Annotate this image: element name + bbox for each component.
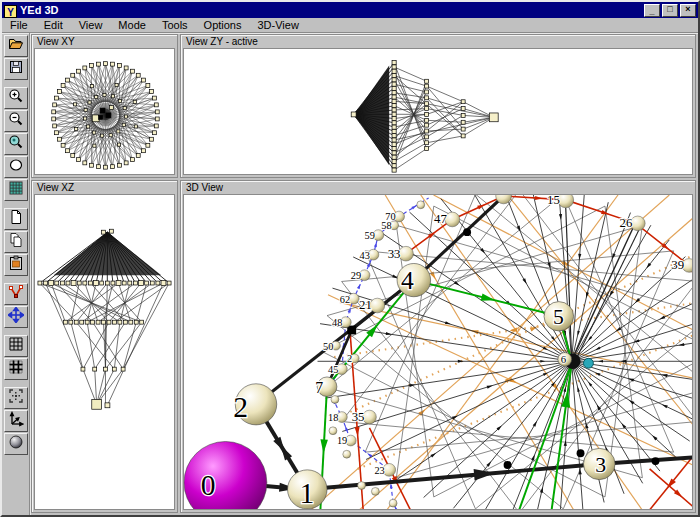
copy-button[interactable]	[4, 231, 28, 253]
svg-text:6: 6	[561, 353, 567, 365]
axes-3d-icon	[8, 411, 24, 431]
svg-text:5: 5	[553, 305, 564, 329]
snap-grid-button[interactable]	[4, 358, 28, 380]
menu-item-3d-view[interactable]: 3D-View	[250, 18, 307, 32]
fit-circle-button[interactable]	[4, 156, 28, 178]
menu-item-view[interactable]: View	[71, 18, 111, 32]
dot-matrix-icon	[8, 180, 24, 200]
fit-selection-button[interactable]	[4, 387, 28, 409]
title-bar[interactable]: Y YEd 3D _□×	[2, 2, 698, 18]
main-area: View XY View ZY - active View XZ 3D View…	[2, 33, 698, 515]
svg-text:62: 62	[340, 294, 350, 305]
panel-view-xy-title: View XY	[32, 35, 177, 48]
toolbar	[2, 33, 30, 515]
svg-text:2: 2	[347, 353, 352, 364]
zoom-area-button[interactable]	[4, 133, 28, 155]
svg-text:Y: Y	[7, 6, 14, 17]
maximize-button[interactable]: □	[662, 4, 678, 17]
minimize-button[interactable]: _	[644, 4, 660, 17]
svg-text:45: 45	[328, 364, 338, 375]
svg-text:48: 48	[332, 317, 342, 328]
svg-text:23: 23	[374, 465, 384, 476]
svg-text:4: 4	[401, 266, 414, 295]
panel-view-xz-title: View XZ	[32, 181, 177, 194]
svg-text:39: 39	[671, 258, 684, 272]
sphere-icon	[8, 434, 24, 454]
open-button[interactable]	[4, 35, 28, 57]
svg-text:47: 47	[434, 212, 447, 226]
svg-text:43: 43	[360, 250, 370, 261]
view-xz-canvas[interactable]	[34, 194, 175, 510]
svg-text:18: 18	[328, 412, 338, 423]
svg-text:7: 7	[315, 379, 323, 396]
circle-icon	[8, 157, 24, 177]
save-button[interactable]	[4, 58, 28, 80]
svg-text:59: 59	[365, 230, 375, 241]
panel-view-zy: View ZY - active	[180, 34, 696, 178]
svg-text:58: 58	[381, 220, 391, 231]
clipboard-icon	[8, 255, 24, 275]
svg-text:1: 1	[299, 477, 314, 509]
paste-button[interactable]	[4, 254, 28, 276]
zoom-in-icon	[8, 88, 24, 108]
app-window: Y YEd 3D _□× FileEditViewModeToolsOption…	[0, 0, 700, 517]
triangle-graph-icon	[8, 284, 24, 304]
svg-text:26: 26	[620, 216, 633, 230]
new-page-button[interactable]	[4, 208, 28, 230]
svg-text:21: 21	[359, 298, 372, 312]
menu-item-options[interactable]: Options	[196, 18, 250, 32]
graph-layout-button[interactable]	[4, 283, 28, 305]
fit-brackets-icon	[8, 388, 24, 408]
svg-text:33: 33	[388, 247, 401, 261]
window-controls: _□×	[644, 4, 696, 17]
move-button[interactable]	[4, 306, 28, 328]
panel-view-xz: View XZ	[31, 180, 178, 513]
zoom-out-button[interactable]	[4, 110, 28, 132]
yed-logo-icon: Y	[4, 4, 17, 17]
axes-3d-button[interactable]	[4, 410, 28, 432]
panel-3d-view: 3D View 70585943332962214850245183519234…	[180, 180, 696, 513]
floppy-icon	[8, 59, 24, 79]
page-icon	[8, 209, 24, 229]
panel-view-zy-title: View ZY - active	[181, 35, 695, 48]
svg-text:35: 35	[352, 410, 365, 424]
zoom-area-icon	[8, 134, 24, 154]
menu-bar: FileEditViewModeToolsOptions3D-View	[2, 18, 698, 33]
svg-text:29: 29	[351, 270, 361, 281]
panel-3d-view-title: 3D View	[181, 181, 695, 194]
copy-icon	[8, 232, 24, 252]
svg-text:15: 15	[547, 195, 560, 207]
zoom-out-icon	[8, 111, 24, 131]
view-zy-canvas[interactable]	[183, 48, 693, 175]
3d-view-canvas[interactable]: 7058594333296221485024518351923471526390…	[183, 194, 693, 510]
snap-grid-icon	[8, 359, 24, 379]
menu-item-file[interactable]: File	[2, 18, 36, 32]
zoom-in-button[interactable]	[4, 87, 28, 109]
window-title: YEd 3D	[20, 4, 641, 16]
svg-text:19: 19	[337, 435, 347, 446]
svg-text:0: 0	[201, 469, 216, 501]
view-xy-canvas[interactable]	[34, 48, 175, 175]
render-sphere-button[interactable]	[4, 433, 28, 455]
menu-item-mode[interactable]: Mode	[110, 18, 154, 32]
svg-text:3: 3	[595, 453, 606, 477]
svg-text:2: 2	[233, 391, 248, 423]
grid-button[interactable]	[4, 335, 28, 357]
dot-matrix-button[interactable]	[4, 179, 28, 201]
panel-grid: View XY View ZY - active View XZ 3D View…	[30, 33, 698, 515]
menu-item-edit[interactable]: Edit	[36, 18, 71, 32]
menu-item-tools[interactable]: Tools	[154, 18, 196, 32]
close-button[interactable]: ×	[680, 4, 696, 17]
panel-view-xy: View XY	[31, 34, 178, 178]
folder-open-icon	[8, 36, 24, 56]
svg-text:50: 50	[323, 341, 333, 352]
grid-icon	[8, 336, 24, 356]
move-cross-icon	[8, 307, 24, 327]
